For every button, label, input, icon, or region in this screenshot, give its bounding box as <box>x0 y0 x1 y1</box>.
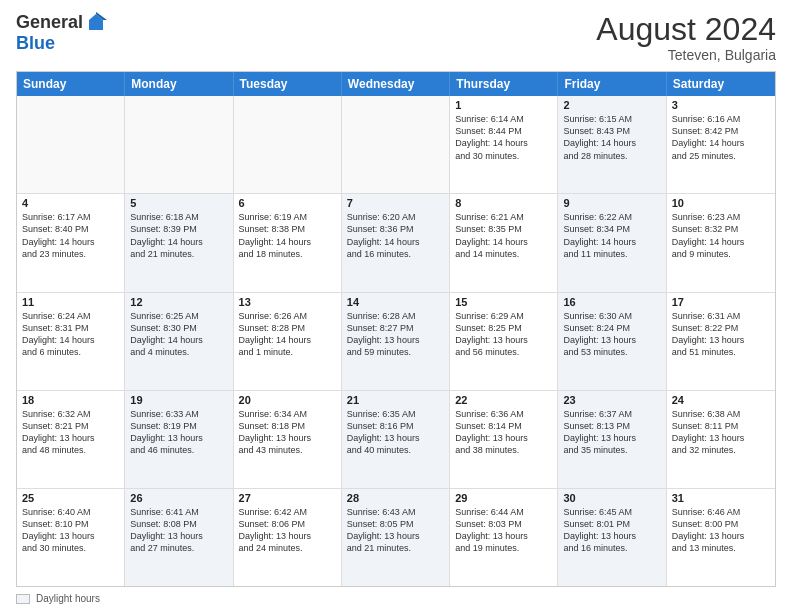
calendar-cell: 12Sunrise: 6:25 AM Sunset: 8:30 PM Dayli… <box>125 293 233 390</box>
cell-info: Sunrise: 6:41 AM Sunset: 8:08 PM Dayligh… <box>130 506 227 555</box>
calendar-week: 25Sunrise: 6:40 AM Sunset: 8:10 PM Dayli… <box>17 489 775 586</box>
calendar-cell <box>342 96 450 193</box>
cell-info: Sunrise: 6:19 AM Sunset: 8:38 PM Dayligh… <box>239 211 336 260</box>
cell-info: Sunrise: 6:25 AM Sunset: 8:30 PM Dayligh… <box>130 310 227 359</box>
day-number: 1 <box>455 99 552 111</box>
day-number: 3 <box>672 99 770 111</box>
cell-info: Sunrise: 6:17 AM Sunset: 8:40 PM Dayligh… <box>22 211 119 260</box>
header: General Blue August 2024 Teteven, Bulgar… <box>16 12 776 63</box>
cell-info: Sunrise: 6:33 AM Sunset: 8:19 PM Dayligh… <box>130 408 227 457</box>
calendar-body: 1Sunrise: 6:14 AM Sunset: 8:44 PM Daylig… <box>17 96 775 586</box>
cell-info: Sunrise: 6:44 AM Sunset: 8:03 PM Dayligh… <box>455 506 552 555</box>
day-number: 20 <box>239 394 336 406</box>
cell-info: Sunrise: 6:29 AM Sunset: 8:25 PM Dayligh… <box>455 310 552 359</box>
weekday-header: Sunday <box>17 72 125 96</box>
title-block: August 2024 Teteven, Bulgaria <box>596 12 776 63</box>
calendar-week: 11Sunrise: 6:24 AM Sunset: 8:31 PM Dayli… <box>17 293 775 391</box>
day-number: 2 <box>563 99 660 111</box>
calendar-cell: 6Sunrise: 6:19 AM Sunset: 8:38 PM Daylig… <box>234 194 342 291</box>
calendar-cell: 3Sunrise: 6:16 AM Sunset: 8:42 PM Daylig… <box>667 96 775 193</box>
calendar-cell: 29Sunrise: 6:44 AM Sunset: 8:03 PM Dayli… <box>450 489 558 586</box>
weekday-header: Wednesday <box>342 72 450 96</box>
day-number: 28 <box>347 492 444 504</box>
footer: Daylight hours <box>16 593 776 604</box>
day-number: 26 <box>130 492 227 504</box>
cell-info: Sunrise: 6:43 AM Sunset: 8:05 PM Dayligh… <box>347 506 444 555</box>
weekday-header: Friday <box>558 72 666 96</box>
calendar-cell: 30Sunrise: 6:45 AM Sunset: 8:01 PM Dayli… <box>558 489 666 586</box>
day-number: 18 <box>22 394 119 406</box>
cell-info: Sunrise: 6:31 AM Sunset: 8:22 PM Dayligh… <box>672 310 770 359</box>
location: Teteven, Bulgaria <box>596 47 776 63</box>
cell-info: Sunrise: 6:46 AM Sunset: 8:00 PM Dayligh… <box>672 506 770 555</box>
day-number: 19 <box>130 394 227 406</box>
cell-info: Sunrise: 6:36 AM Sunset: 8:14 PM Dayligh… <box>455 408 552 457</box>
day-number: 17 <box>672 296 770 308</box>
cell-info: Sunrise: 6:28 AM Sunset: 8:27 PM Dayligh… <box>347 310 444 359</box>
calendar-cell: 22Sunrise: 6:36 AM Sunset: 8:14 PM Dayli… <box>450 391 558 488</box>
day-number: 23 <box>563 394 660 406</box>
calendar-week: 1Sunrise: 6:14 AM Sunset: 8:44 PM Daylig… <box>17 96 775 194</box>
cell-info: Sunrise: 6:42 AM Sunset: 8:06 PM Dayligh… <box>239 506 336 555</box>
cell-info: Sunrise: 6:16 AM Sunset: 8:42 PM Dayligh… <box>672 113 770 162</box>
calendar-cell: 11Sunrise: 6:24 AM Sunset: 8:31 PM Dayli… <box>17 293 125 390</box>
day-number: 21 <box>347 394 444 406</box>
day-number: 11 <box>22 296 119 308</box>
day-number: 12 <box>130 296 227 308</box>
calendar-cell: 21Sunrise: 6:35 AM Sunset: 8:16 PM Dayli… <box>342 391 450 488</box>
day-number: 14 <box>347 296 444 308</box>
calendar-cell: 14Sunrise: 6:28 AM Sunset: 8:27 PM Dayli… <box>342 293 450 390</box>
logo-icon <box>85 12 107 34</box>
day-number: 5 <box>130 197 227 209</box>
month-year: August 2024 <box>596 12 776 47</box>
calendar-cell: 5Sunrise: 6:18 AM Sunset: 8:39 PM Daylig… <box>125 194 233 291</box>
cell-info: Sunrise: 6:18 AM Sunset: 8:39 PM Dayligh… <box>130 211 227 260</box>
cell-info: Sunrise: 6:40 AM Sunset: 8:10 PM Dayligh… <box>22 506 119 555</box>
calendar-cell: 27Sunrise: 6:42 AM Sunset: 8:06 PM Dayli… <box>234 489 342 586</box>
day-number: 4 <box>22 197 119 209</box>
calendar-cell: 16Sunrise: 6:30 AM Sunset: 8:24 PM Dayli… <box>558 293 666 390</box>
calendar-week: 18Sunrise: 6:32 AM Sunset: 8:21 PM Dayli… <box>17 391 775 489</box>
cell-info: Sunrise: 6:15 AM Sunset: 8:43 PM Dayligh… <box>563 113 660 162</box>
calendar-cell: 1Sunrise: 6:14 AM Sunset: 8:44 PM Daylig… <box>450 96 558 193</box>
calendar-week: 4Sunrise: 6:17 AM Sunset: 8:40 PM Daylig… <box>17 194 775 292</box>
day-number: 15 <box>455 296 552 308</box>
cell-info: Sunrise: 6:30 AM Sunset: 8:24 PM Dayligh… <box>563 310 660 359</box>
logo: General Blue <box>16 12 107 54</box>
cell-info: Sunrise: 6:37 AM Sunset: 8:13 PM Dayligh… <box>563 408 660 457</box>
cell-info: Sunrise: 6:32 AM Sunset: 8:21 PM Dayligh… <box>22 408 119 457</box>
calendar-cell: 26Sunrise: 6:41 AM Sunset: 8:08 PM Dayli… <box>125 489 233 586</box>
calendar-cell: 10Sunrise: 6:23 AM Sunset: 8:32 PM Dayli… <box>667 194 775 291</box>
page: General Blue August 2024 Teteven, Bulgar… <box>0 0 792 612</box>
calendar-cell: 19Sunrise: 6:33 AM Sunset: 8:19 PM Dayli… <box>125 391 233 488</box>
calendar-cell: 9Sunrise: 6:22 AM Sunset: 8:34 PM Daylig… <box>558 194 666 291</box>
day-number: 9 <box>563 197 660 209</box>
day-number: 7 <box>347 197 444 209</box>
day-number: 30 <box>563 492 660 504</box>
day-number: 31 <box>672 492 770 504</box>
calendar-cell: 20Sunrise: 6:34 AM Sunset: 8:18 PM Dayli… <box>234 391 342 488</box>
cell-info: Sunrise: 6:22 AM Sunset: 8:34 PM Dayligh… <box>563 211 660 260</box>
calendar-cell: 15Sunrise: 6:29 AM Sunset: 8:25 PM Dayli… <box>450 293 558 390</box>
calendar-cell: 25Sunrise: 6:40 AM Sunset: 8:10 PM Dayli… <box>17 489 125 586</box>
day-number: 6 <box>239 197 336 209</box>
calendar-cell: 28Sunrise: 6:43 AM Sunset: 8:05 PM Dayli… <box>342 489 450 586</box>
logo-blue: Blue <box>16 34 107 54</box>
calendar-cell: 7Sunrise: 6:20 AM Sunset: 8:36 PM Daylig… <box>342 194 450 291</box>
calendar-cell: 18Sunrise: 6:32 AM Sunset: 8:21 PM Dayli… <box>17 391 125 488</box>
weekday-header: Tuesday <box>234 72 342 96</box>
cell-info: Sunrise: 6:14 AM Sunset: 8:44 PM Dayligh… <box>455 113 552 162</box>
logo-general: General <box>16 13 83 33</box>
cell-info: Sunrise: 6:24 AM Sunset: 8:31 PM Dayligh… <box>22 310 119 359</box>
cell-info: Sunrise: 6:21 AM Sunset: 8:35 PM Dayligh… <box>455 211 552 260</box>
shaded-label: Daylight hours <box>36 593 100 604</box>
cell-info: Sunrise: 6:45 AM Sunset: 8:01 PM Dayligh… <box>563 506 660 555</box>
shaded-box <box>16 594 30 604</box>
calendar-cell: 4Sunrise: 6:17 AM Sunset: 8:40 PM Daylig… <box>17 194 125 291</box>
cell-info: Sunrise: 6:35 AM Sunset: 8:16 PM Dayligh… <box>347 408 444 457</box>
day-number: 8 <box>455 197 552 209</box>
calendar-cell: 23Sunrise: 6:37 AM Sunset: 8:13 PM Dayli… <box>558 391 666 488</box>
day-number: 27 <box>239 492 336 504</box>
calendar: SundayMondayTuesdayWednesdayThursdayFrid… <box>16 71 776 587</box>
day-number: 22 <box>455 394 552 406</box>
